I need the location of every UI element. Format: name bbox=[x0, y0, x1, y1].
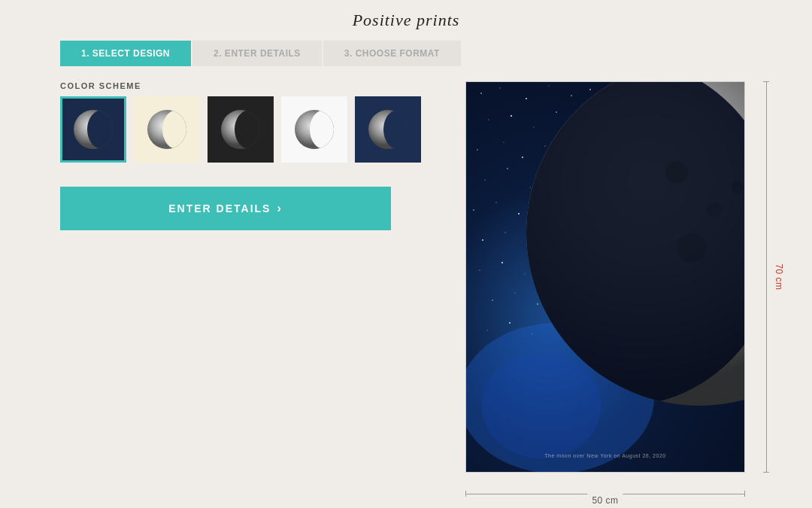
svg-point-43 bbox=[495, 202, 496, 202]
color-scheme-row bbox=[60, 96, 421, 163]
swatch-white[interactable] bbox=[281, 96, 347, 163]
svg-point-20 bbox=[589, 89, 591, 90]
svg-point-36 bbox=[507, 168, 508, 169]
logo: Positive prints bbox=[353, 11, 460, 30]
svg-point-44 bbox=[518, 213, 520, 214]
step-1-tab[interactable]: 1. Select Design bbox=[60, 41, 191, 66]
svg-point-26 bbox=[556, 111, 557, 113]
main-content: Color Scheme bbox=[0, 66, 812, 508]
poster-background: The moon over New York on August 26, 202… bbox=[466, 82, 744, 472]
header: Positive prints bbox=[0, 0, 812, 38]
chevron-right-icon: › bbox=[277, 202, 282, 215]
svg-point-28 bbox=[477, 149, 477, 150]
svg-point-66 bbox=[509, 322, 511, 324]
color-scheme-label: Color Scheme bbox=[60, 81, 421, 90]
svg-point-49 bbox=[482, 239, 483, 241]
color-scheme-section: Color Scheme bbox=[60, 81, 421, 163]
left-panel: Color Scheme bbox=[60, 81, 421, 508]
enter-details-button[interactable]: ENTER DETAILS › bbox=[60, 187, 391, 230]
svg-point-16 bbox=[499, 87, 500, 88]
dimension-height-label: 70 cm bbox=[771, 260, 785, 293]
svg-point-15 bbox=[480, 93, 482, 94]
svg-point-72 bbox=[481, 353, 601, 458]
swatch-dark-blue[interactable] bbox=[60, 96, 126, 163]
svg-point-29 bbox=[504, 142, 504, 143]
swatch-navy[interactable] bbox=[355, 96, 421, 163]
poster-wrapper: The moon over New York on August 26, 202… bbox=[465, 81, 745, 473]
right-panel: The moon over New York on August 26, 202… bbox=[459, 81, 752, 508]
svg-point-55 bbox=[501, 262, 503, 263]
svg-point-65 bbox=[487, 330, 488, 331]
svg-point-18 bbox=[549, 86, 550, 87]
svg-point-77 bbox=[707, 202, 722, 217]
svg-point-61 bbox=[515, 293, 516, 294]
svg-point-24 bbox=[511, 115, 512, 117]
enter-details-label: ENTER DETAILS bbox=[168, 202, 271, 214]
svg-point-54 bbox=[479, 269, 480, 270]
svg-point-56 bbox=[525, 274, 526, 275]
swatch-black[interactable] bbox=[208, 96, 274, 163]
svg-point-42 bbox=[473, 209, 474, 211]
svg-point-79 bbox=[731, 181, 743, 193]
svg-point-62 bbox=[537, 303, 538, 305]
step-3-tab[interactable]: 3. Choose Format bbox=[323, 41, 461, 66]
stars-layer bbox=[466, 82, 745, 473]
poster-caption: The moon over New York on August 26, 202… bbox=[466, 453, 744, 458]
svg-point-37 bbox=[530, 187, 531, 188]
svg-point-17 bbox=[526, 98, 527, 99]
dimension-width-label: 50 cm bbox=[587, 494, 623, 507]
svg-point-76 bbox=[665, 161, 688, 184]
svg-point-60 bbox=[492, 300, 492, 300]
steps-bar: 1. Select Design 2. Enter Details 3. Cho… bbox=[60, 41, 461, 66]
svg-point-50 bbox=[504, 232, 505, 233]
swatch-cream[interactable] bbox=[134, 96, 200, 163]
svg-point-23 bbox=[488, 119, 489, 120]
step-2-tab[interactable]: 2. Enter Details bbox=[192, 41, 322, 66]
svg-point-25 bbox=[534, 127, 535, 128]
svg-point-31 bbox=[544, 145, 545, 146]
svg-point-35 bbox=[484, 179, 485, 180]
svg-point-19 bbox=[571, 95, 571, 96]
svg-point-30 bbox=[522, 157, 523, 158]
svg-point-78 bbox=[677, 233, 707, 263]
poster-image: The moon over New York on August 26, 202… bbox=[465, 81, 745, 473]
